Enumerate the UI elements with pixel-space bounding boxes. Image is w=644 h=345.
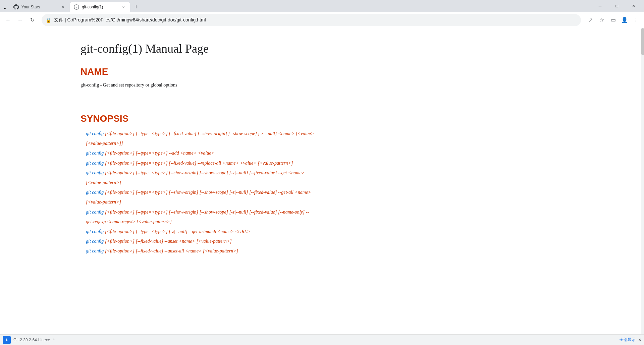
close-download-bar[interactable]: × [638, 337, 641, 343]
tab-your-stars[interactable]: Your Stars ✕ [9, 2, 70, 12]
forward-button[interactable]: → [15, 15, 25, 25]
synopsis-line-4: git config [<file-option>] [--type=<type… [86, 169, 617, 177]
tab-your-stars-title: Your Stars [21, 5, 58, 9]
lock-icon: 🔒 [46, 17, 51, 23]
new-tab-button[interactable]: + [131, 2, 141, 12]
section-synopsis-heading: SYNOPSIS [80, 113, 617, 124]
profile-icon: 👤 [621, 17, 628, 23]
synopsis-line-6: git config [<file-option>] [--type=<type… [86, 208, 617, 216]
page-title: git-config(1) Manual Page [80, 42, 617, 56]
url-display: 文件 | C:/Program%20Files/Git/mingw64/shar… [54, 17, 577, 23]
section-synopsis: SYNOPSIS git config [<file-option>] [--t… [80, 113, 617, 255]
sidebar-button[interactable]: ▭ [608, 15, 619, 25]
back-button[interactable]: ← [3, 15, 13, 25]
star-icon: ☆ [599, 17, 604, 23]
synopsis-option: [<file-option>] [--type=<type>] [--fixed… [105, 131, 314, 136]
synopsis-line-1: git config [<file-option>] [--type=<type… [86, 129, 617, 138]
download-chevron[interactable]: ^ [53, 338, 54, 342]
download-bar: ⬇ Git-2.39.2-64-bit.exe ^ [3, 336, 55, 344]
section-name: NAME git-config - Get and set repository… [80, 66, 617, 88]
scrollbar-thumb[interactable] [641, 28, 644, 55]
svg-text:i: i [76, 6, 77, 9]
toolbar-icons: ↗ ☆ ▭ 👤 ⋮ [585, 15, 641, 25]
page-content: git-config(1) Manual Page NAME git-confi… [0, 28, 644, 334]
synopsis-block: git config [<file-option>] [--type=<type… [80, 129, 617, 255]
tabs-overflow-button[interactable]: ⌄ [0, 2, 9, 12]
bookmark-button[interactable]: ☆ [596, 15, 607, 25]
chevron-down-icon: ⌄ [3, 4, 7, 10]
tab-git-config-close[interactable]: ✕ [121, 4, 126, 10]
titlebar: ⌄ Your Stars ✕ i git-config(1) ✕ + [0, 0, 644, 12]
synopsis-continuation-6: get-regexp <name-regex> [<value-pattern>… [86, 218, 617, 226]
info-icon: i [74, 4, 79, 10]
synopsis-continuation-1: [<value-pattern>]] [86, 139, 617, 148]
synopsis-line-7: git config [<file-option>] [--type=<type… [86, 227, 617, 236]
show-all-label[interactable]: 全部显示 [620, 337, 636, 343]
share-icon: ↗ [588, 17, 593, 23]
close-button[interactable]: ✕ [626, 0, 641, 12]
reload-icon: ↻ [30, 17, 35, 23]
status-right: 全部显示 × [620, 337, 641, 343]
forward-icon: → [17, 17, 23, 23]
section-name-description: git-config - Get and set repository or g… [80, 82, 617, 88]
synopsis-line-3: git config [<file-option>] [--type=<type… [86, 159, 617, 167]
github-icon [13, 4, 19, 10]
menu-icon: ⋮ [633, 17, 639, 23]
tabs-area: ⌄ Your Stars ✕ i git-config(1) ✕ + [0, 0, 590, 12]
omnibox[interactable]: 🔒 文件 | C:/Program%20Files/Git/mingw64/sh… [42, 14, 581, 26]
reload-button[interactable]: ↻ [27, 15, 38, 25]
minimize-button[interactable]: ─ [592, 0, 608, 12]
profile-button[interactable]: 👤 [619, 15, 630, 25]
tab-your-stars-close[interactable]: ✕ [60, 4, 66, 10]
synopsis-line-9: git config [<file-option>] [--fixed-valu… [86, 247, 617, 255]
sidebar-icon: ▭ [611, 17, 616, 23]
statusbar: ⬇ Git-2.39.2-64-bit.exe ^ 全部显示 × [0, 334, 644, 345]
synopsis-line-2: git config [<file-option>] [--type=<type… [86, 149, 617, 157]
menu-button[interactable]: ⋮ [631, 15, 641, 25]
maximize-button[interactable]: □ [609, 0, 625, 12]
synopsis-line-5: git config [<file-option>] [--type=<type… [86, 188, 617, 196]
cmd-name: git config [86, 131, 104, 136]
addressbar: ← → ↻ 🔒 文件 | C:/Program%20Files/Git/ming… [0, 12, 644, 28]
back-icon: ← [5, 17, 11, 23]
synopsis-continuation-4: [<value-pattern>] [86, 178, 617, 187]
tab-git-config[interactable]: i git-config(1) ✕ [70, 2, 130, 12]
scrollbar[interactable] [641, 28, 644, 334]
synopsis-continuation-5: [<value-pattern>] [86, 198, 617, 206]
synopsis-option-cont: [<value-pattern>]] [86, 141, 123, 146]
section-name-heading: NAME [80, 66, 617, 77]
share-button[interactable]: ↗ [585, 15, 596, 25]
download-file-icon: ⬇ [3, 336, 11, 344]
tab-git-config-title: git-config(1) [82, 5, 118, 9]
window-controls: ─ □ ✕ [590, 0, 644, 12]
download-filename: Git-2.39.2-64-bit.exe [13, 338, 50, 342]
synopsis-line-8: git config [<file-option>] [--fixed-valu… [86, 237, 617, 245]
